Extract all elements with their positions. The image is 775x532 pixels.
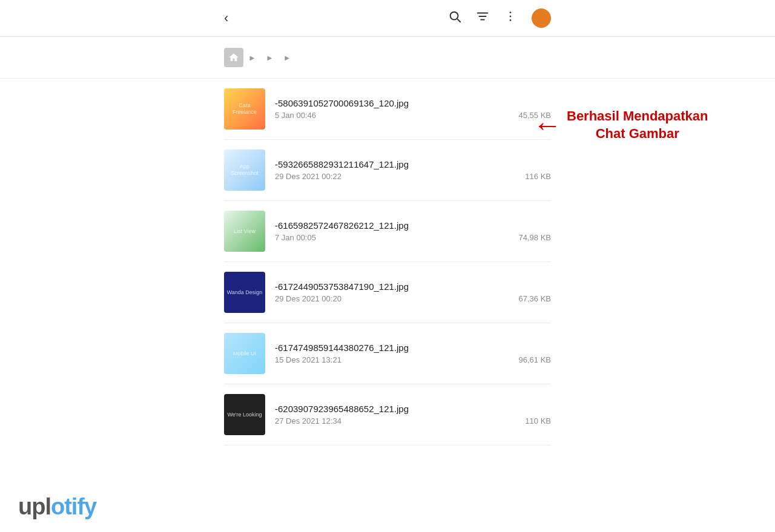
file-name-5: -6203907923965488652_121.jpg [275,404,551,414]
breadcrumb: ► ► ► [0,37,775,79]
file-meta-1: 29 Des 2021 00:22116 KB [275,172,551,181]
file-date-1: 29 Des 2021 00:22 [275,172,341,181]
svg-line-1 [457,19,460,22]
file-date-2: 7 Jan 00:05 [275,233,316,242]
top-bar-actions [448,8,551,28]
file-name-3: -6172449053753847190_121.jpg [275,281,551,292]
file-item-5[interactable]: We're Looking-6203907923965488652_121.jp… [224,384,551,445]
brand-part1: upl [18,494,51,519]
file-meta-5: 27 Des 2021 12:34110 KB [275,416,551,425]
file-size-4: 96,61 KB [519,355,552,364]
file-info-4: -6174749859144380276_121.jpg15 Des 2021 … [275,343,551,364]
user-avatar[interactable] [532,8,551,28]
svg-point-7 [510,19,512,21]
file-name-2: -6165982572467826212_121.jpg [275,220,551,231]
file-size-5: 110 KB [525,416,551,425]
svg-point-6 [510,16,512,18]
file-item-2[interactable]: List View-6165982572467826212_121.jpg7 J… [224,201,551,262]
list-filter-icon[interactable] [476,10,489,27]
file-size-3: 67,36 KB [519,294,552,303]
breadcrumb-separator-2: ► [266,53,274,62]
file-info-5: -6203907923965488652_121.jpg27 Des 2021 … [275,404,551,425]
file-size-1: 116 KB [525,172,551,181]
file-info-1: -5932665882931211647_121.jpg29 Des 2021 … [275,159,551,181]
back-button[interactable]: ‹ [224,10,228,26]
file-meta-3: 29 Des 2021 00:2067,36 KB [275,294,551,303]
file-item-1[interactable]: App Screenshot-5932665882931211647_121.j… [224,140,551,201]
file-date-5: 27 Des 2021 12:34 [275,416,341,425]
annotation-text: Berhasil MendapatkanChat Gambar [567,108,708,142]
annotation-overlay: ← Berhasil MendapatkanChat Gambar [533,108,708,142]
file-meta-0: 5 Jan 00:4645,55 KB [275,111,551,120]
file-size-2: 74,98 KB [519,233,552,242]
file-item-3[interactable]: Wanda Design-6172449053753847190_121.jpg… [224,262,551,323]
file-name-4: -6174749859144380276_121.jpg [275,343,551,353]
file-thumbnail-2: List View [224,211,265,252]
search-icon[interactable] [448,10,461,27]
file-meta-2: 7 Jan 00:0574,98 KB [275,233,551,242]
breadcrumb-separator-1: ► [248,53,256,62]
file-date-0: 5 Jan 00:46 [275,111,316,120]
more-options-icon[interactable] [504,10,517,27]
brand-part2: otify [51,494,96,519]
file-thumbnail-5: We're Looking [224,394,265,435]
file-name-1: -5932665882931211647_121.jpg [275,159,551,169]
file-thumbnail-1: App Screenshot [224,149,265,191]
file-info-0: -5806391052700069136_120.jpg5 Jan 00:464… [275,98,551,120]
home-icon[interactable] [224,48,243,67]
breadcrumb-separator-3: ► [283,53,291,62]
file-meta-4: 15 Des 2021 13:2196,61 KB [275,355,551,364]
file-info-2: -6165982572467826212_121.jpg7 Jan 00:057… [275,220,551,242]
top-bar: ‹ [0,0,775,37]
file-info-3: -6172449053753847190_121.jpg29 Des 2021 … [275,281,551,303]
file-thumbnail-4: Mobile UI [224,333,265,374]
file-thumbnail-3: Wanda Design [224,272,265,313]
svg-point-5 [510,11,512,13]
brand-logo: uplotify [18,494,96,520]
file-item-0[interactable]: Cara Freelance-5806391052700069136_120.j… [224,79,551,140]
file-thumbnail-0: Cara Freelance [224,88,265,130]
file-item-4[interactable]: Mobile UI-6174749859144380276_121.jpg15 … [224,323,551,384]
file-date-3: 29 Des 2021 00:20 [275,294,341,303]
file-name-0: -5806391052700069136_120.jpg [275,98,551,108]
file-date-4: 15 Des 2021 13:21 [275,355,341,364]
arrow-icon: ← [533,111,562,140]
